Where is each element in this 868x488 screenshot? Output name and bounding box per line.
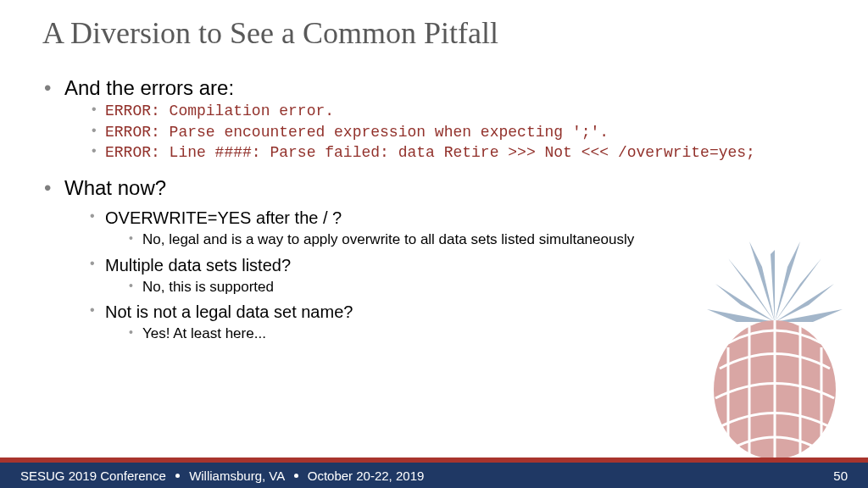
slide: A Diversion to See a Common Pitfall And … [0, 0, 868, 488]
page-number: 50 [833, 469, 848, 483]
sub-label: Not is not a legal data set name? [105, 302, 353, 321]
bullet-label: What now? [64, 176, 166, 199]
sub-not-ans: Yes! At least here... [129, 324, 805, 344]
sub-multiple-q: Multiple data sets listed? No, this is s… [90, 255, 805, 297]
footer-location: Williamsburg, VA [189, 469, 284, 483]
error-line-1: ERROR: Compilation error. [90, 102, 805, 121]
bullet-label: And the errors are: [64, 76, 234, 99]
separator-dot-icon [294, 474, 298, 478]
sub-overwrite-q: OVERWRITE=YES after the / ? No, legal an… [90, 208, 805, 250]
footer-text: SESUG 2019 Conference Williamsburg, VA O… [20, 469, 424, 483]
sub-not-q: Not is not a legal data set name? Yes! A… [90, 302, 805, 344]
sub-overwrite-ans: No, legal and is a way to apply overwrit… [129, 230, 805, 250]
slide-content: And the errors are: ERROR: Compilation e… [42, 75, 805, 347]
error-line-3: ERROR: Line ####: Parse failed: data Ret… [90, 143, 805, 163]
footer-conference: SESUG 2019 Conference [20, 469, 166, 483]
slide-title: A Diversion to See a Common Pitfall [42, 15, 498, 51]
separator-dot-icon [175, 474, 180, 478]
bullet-what-now: What now? OVERWRITE=YES after the / ? No… [42, 175, 805, 345]
footer-date: October 20-22, 2019 [308, 469, 425, 483]
bullet-errors-intro: And the errors are: ERROR: Compilation e… [42, 75, 805, 163]
sub-label: Multiple data sets listed? [105, 256, 291, 274]
footer-bar: SESUG 2019 Conference Williamsburg, VA O… [0, 463, 868, 488]
sub-label: OVERWRITE=YES after the / ? [105, 208, 342, 227]
sub-multiple-ans: No, this is supported [129, 277, 805, 297]
error-line-2: ERROR: Parse encountered expression when… [90, 123, 805, 142]
